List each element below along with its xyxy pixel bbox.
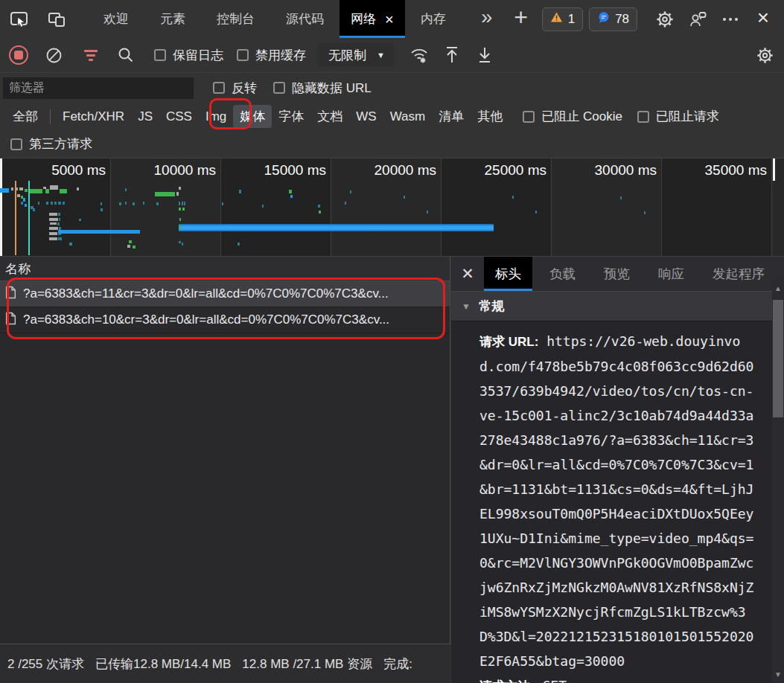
checkbox-icon[interactable] — [523, 111, 535, 123]
scroll-down-icon[interactable]: ▼ — [772, 668, 784, 680]
filter-type-other[interactable]: 其他 — [471, 105, 509, 128]
checkbox-icon[interactable] — [237, 49, 249, 61]
timeline-gridline — [551, 158, 552, 257]
resources-size: 12.8 MB /27.1 MB 资源 — [242, 655, 372, 673]
filter-type-css[interactable]: CSS — [159, 106, 199, 127]
third-party-checkbox[interactable]: 第三方请求 — [10, 135, 92, 153]
export-har-icon[interactable] — [476, 45, 494, 65]
hide-data-urls-checkbox[interactable]: 隐藏数据 URL — [273, 80, 372, 97]
request-row[interactable]: ?a=6383&ch=10&cr=3&dr=0&lr=all&cd=0%7C0%… — [0, 307, 450, 333]
chat-bubble-icon — [597, 11, 610, 28]
add-tab-icon[interactable]: + — [506, 0, 536, 38]
timeline-tick-label: 20000 ms — [344, 162, 436, 179]
timeline-mark — [319, 211, 321, 214]
detail-tab-headers[interactable]: 标头 — [484, 257, 532, 291]
tab-elements[interactable]: 元素 — [144, 0, 201, 38]
close-detail-icon[interactable]: ✕ — [451, 257, 484, 291]
name-column-header[interactable]: 名称 — [0, 257, 450, 281]
filter-type-img[interactable]: Img — [199, 106, 233, 127]
network-overview-timeline[interactable]: 5000 ms10000 ms15000 ms20000 ms25000 ms3… — [0, 158, 784, 257]
checkbox-icon[interactable] — [637, 111, 649, 123]
network-conditions-icon[interactable] — [409, 45, 430, 65]
checkbox-icon[interactable] — [154, 49, 166, 61]
detail-tab-initiator[interactable]: 发起程序 — [701, 257, 776, 291]
close-devtools-icon[interactable]: × — [747, 0, 780, 38]
timeline-mark — [156, 202, 159, 205]
filter-type-js[interactable]: JS — [131, 106, 159, 127]
checkbox-icon[interactable] — [213, 82, 225, 94]
request-method-line: 请求方法: GET — [479, 673, 754, 683]
timeline-mark — [58, 230, 140, 234]
tab-network-label: 网络 — [351, 10, 376, 28]
tab-close-icon[interactable]: × — [385, 12, 394, 27]
timeline-mark — [60, 189, 67, 193]
timeline-mark — [179, 208, 181, 211]
filter-type-fetch-xhr[interactable]: Fetch/XHR — [56, 106, 131, 127]
request-row[interactable]: ?a=6383&ch=11&cr=3&dr=0&lr=all&cd=0%7C0%… — [0, 281, 450, 307]
more-options-icon[interactable] — [714, 0, 747, 38]
import-har-icon[interactable] — [443, 45, 461, 65]
filter-input[interactable] — [3, 77, 194, 99]
timeline-gridline — [110, 158, 111, 257]
timeline-mark — [773, 158, 775, 181]
detail-tab-response[interactable]: 响应 — [647, 257, 695, 291]
filter-type-doc[interactable]: 文档 — [310, 105, 349, 128]
device-toolbar-icon[interactable] — [40, 0, 73, 38]
filter-type-font[interactable]: 字体 — [272, 105, 310, 128]
tab-network[interactable]: 网络 × — [340, 0, 405, 38]
hide-data-urls-label: 隐藏数据 URL — [292, 80, 372, 97]
timeline-mark — [49, 213, 57, 216]
blocked-requests-checkbox[interactable]: 已阻止请求 — [637, 108, 719, 125]
detail-tab-preview[interactable]: 预览 — [593, 257, 641, 291]
filter-type-wasm[interactable]: Wasm — [383, 106, 433, 127]
detail-tab-payload[interactable]: 负载 — [538, 257, 587, 291]
invert-filter-checkbox[interactable]: 反转 — [213, 80, 257, 97]
timeline-mark — [262, 205, 264, 208]
section-collapse-icon[interactable]: ▼ — [462, 301, 471, 312]
timeline-mark — [318, 205, 320, 208]
general-section-header[interactable]: ▼ 常规 — [451, 292, 784, 321]
record-network-log-button[interactable] — [9, 45, 28, 65]
checkbox-icon[interactable] — [273, 82, 285, 94]
clear-network-log-button[interactable] — [45, 46, 63, 65]
timeline-mark — [535, 211, 537, 214]
tab-console[interactable]: 控制台 — [201, 0, 270, 38]
request-name: ?a=6383&ch=11&cr=3&dr=0&lr=all&cd=0%7C0%… — [23, 286, 389, 301]
timeline-mark — [0, 188, 9, 193]
warning-badge[interactable]: 1 — [542, 7, 583, 31]
timeline-mark — [238, 243, 240, 246]
checkbox-icon[interactable] — [10, 138, 22, 150]
tab-memory[interactable]: 内存 — [405, 0, 462, 38]
inspect-element-icon[interactable] — [3, 0, 36, 38]
timeline-mark — [0, 158, 2, 257]
timeline-mark — [184, 202, 185, 205]
throttling-select[interactable]: 无限制 ▼ — [318, 43, 394, 67]
filter-type-all[interactable]: 全部 — [6, 105, 45, 128]
timeline-mark — [182, 243, 183, 246]
timeline-mark — [17, 194, 20, 197]
disable-cache-label: 禁用缓存 — [255, 47, 306, 64]
detail-scrollbar[interactable]: ▲ ▼ — [772, 278, 784, 683]
filter-icon[interactable] — [83, 50, 99, 61]
invert-label: 反转 — [232, 80, 257, 97]
filter-type-media[interactable]: 媒体 — [233, 105, 272, 128]
filter-type-ws[interactable]: WS — [349, 106, 383, 127]
console-badge[interactable]: 78 — [589, 7, 637, 31]
feedback-icon[interactable] — [681, 0, 714, 38]
settings-gear-icon[interactable] — [648, 0, 681, 38]
timeline-tick-label: 5000 ms — [13, 162, 106, 179]
disable-cache-checkbox[interactable]: 禁用缓存 — [237, 47, 306, 64]
more-tabs-icon[interactable]: » — [472, 0, 502, 38]
timeline-mark — [179, 225, 181, 230]
filter-type-manifest[interactable]: 清单 — [432, 105, 471, 128]
tab-welcome[interactable]: 欢迎 — [88, 0, 144, 38]
timeline-mark — [427, 211, 428, 214]
timeline-tick-label: 35000 ms — [675, 162, 767, 179]
blocked-cookies-checkbox[interactable]: 已阻止 Cookie — [523, 108, 622, 125]
tab-sources[interactable]: 源代码 — [270, 0, 340, 38]
scrollbar-thumb[interactable] — [773, 300, 783, 417]
preserve-log-checkbox[interactable]: 保留日志 — [154, 47, 223, 64]
network-settings-gear-icon[interactable] — [756, 47, 774, 64]
scroll-up-icon[interactable]: ▲ — [772, 282, 784, 294]
search-icon[interactable] — [117, 46, 135, 64]
